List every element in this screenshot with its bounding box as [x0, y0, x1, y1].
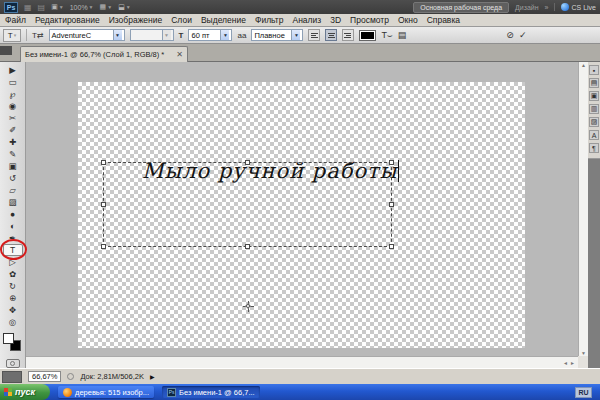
- toolbox-collapse-strip[interactable]: [0, 46, 12, 55]
- document-tab[interactable]: Без имени-1 @ 66,7% (Слой 1, RGB/8) * ✕: [20, 46, 188, 62]
- text-bounding-box[interactable]: [103, 162, 392, 247]
- windows-taskbar: пуск деревья: 515 изобр... Ps Без имени-…: [0, 384, 600, 400]
- move-tool[interactable]: ▶: [3, 64, 23, 76]
- textbox-handle-middle-right[interactable]: [389, 202, 394, 207]
- font-size-select[interactable]: 60 пт ▼: [188, 29, 232, 41]
- scroll-up-icon[interactable]: ▲: [581, 62, 586, 68]
- menu-edit[interactable]: Редактирование: [35, 15, 100, 25]
- textbox-handle-bottom-right[interactable]: [389, 244, 394, 249]
- menu-window[interactable]: Окно: [398, 15, 418, 25]
- scroll-left-icon[interactable]: ◄: [563, 360, 568, 366]
- text-orientation-button[interactable]: T⇄: [32, 31, 44, 40]
- zoom-level-value: 100%: [70, 4, 88, 11]
- clone-stamp-tool[interactable]: ▣: [3, 160, 23, 172]
- vertical-scrollbar[interactable]: ▲ ▼: [578, 62, 588, 356]
- menu-3d[interactable]: 3D: [330, 15, 341, 25]
- close-icon[interactable]: ✕: [176, 50, 183, 59]
- align-left-button[interactable]: [308, 29, 320, 41]
- custom-shape-tool[interactable]: ✿: [3, 268, 23, 280]
- textbox-handle-bottom-center[interactable]: [245, 244, 250, 249]
- workspace-overflow-button[interactable]: »: [545, 4, 549, 11]
- menu-layers[interactable]: Слои: [171, 15, 192, 25]
- chevron-down-icon: ▾: [14, 32, 17, 38]
- toggle-panels-button[interactable]: ▤: [398, 30, 407, 40]
- gradient-tool[interactable]: ▨: [3, 196, 23, 208]
- paragraph-panel-icon[interactable]: ¶: [589, 143, 599, 153]
- zoom-tool[interactable]: ◎: [3, 316, 23, 328]
- eraser-tool[interactable]: ▱: [3, 184, 23, 196]
- menu-view[interactable]: Просмотр: [350, 15, 389, 25]
- arrange-documents-button[interactable]: ▦ ▼: [100, 3, 113, 11]
- workspace-switcher-active[interactable]: Основная рабочая среда: [413, 2, 509, 13]
- tool-preset-picker[interactable]: T ▾: [3, 29, 21, 42]
- hand-tool[interactable]: ✥: [3, 304, 23, 316]
- crop-tool[interactable]: ✂: [3, 112, 23, 124]
- scroll-right-icon[interactable]: ►: [570, 360, 575, 366]
- commit-edits-button[interactable]: ✓: [519, 30, 527, 40]
- textbox-handle-top-left[interactable]: [101, 160, 106, 165]
- warp-text-button[interactable]: T⌣: [381, 30, 392, 41]
- toolbox: ▶ ▭ ℘ ◉ ✂ ✐ ✚ ✎ ▣ ↺ ▱ ▨ ● ◐ ✒ T ▷ ✿ ↻ ⊕ …: [0, 62, 26, 368]
- align-right-button[interactable]: [342, 29, 354, 41]
- quick-selection-tool[interactable]: ◉: [3, 100, 23, 112]
- taskbar-item-photoshop[interactable]: Ps Без имени-1 @ 66,7...: [162, 386, 260, 398]
- lasso-tool[interactable]: ℘: [3, 88, 23, 100]
- menu-image[interactable]: Изображение: [109, 15, 163, 25]
- 3d-orbit-tool[interactable]: ⊕: [3, 292, 23, 304]
- horizontal-scrollbar[interactable]: ◄ ►: [26, 356, 578, 368]
- foreground-color-swatch[interactable]: [3, 333, 14, 344]
- menu-file[interactable]: Файл: [5, 15, 26, 25]
- align-center-button[interactable]: [325, 29, 337, 41]
- eyedropper-tool[interactable]: ✐: [3, 124, 23, 136]
- workspace-switcher-design[interactable]: Дизайн: [515, 4, 539, 11]
- font-style-select[interactable]: ▼: [130, 29, 174, 41]
- panel-icon-5[interactable]: ▨: [589, 117, 599, 127]
- healing-brush-tool[interactable]: ✚: [3, 136, 23, 148]
- font-family-select[interactable]: AdventureC ▼: [49, 29, 125, 41]
- quick-mask-button[interactable]: [6, 359, 20, 368]
- panel-icon-1[interactable]: ▪: [589, 65, 599, 75]
- menu-analysis[interactable]: Анализ: [293, 15, 322, 25]
- menu-filter[interactable]: Фильтр: [255, 15, 284, 25]
- history-brush-tool[interactable]: ↺: [3, 172, 23, 184]
- cs-live-globe-icon: [561, 3, 569, 11]
- antialias-select[interactable]: Плавное ▼: [251, 29, 303, 41]
- panel-icon-3[interactable]: ▣: [589, 91, 599, 101]
- cs-live-button[interactable]: CS Live: [554, 3, 596, 11]
- quick-mask-icon: [10, 361, 15, 366]
- firefox-icon: [63, 388, 72, 397]
- menu-help[interactable]: Справка: [427, 15, 460, 25]
- start-label: пуск: [15, 387, 35, 397]
- textbox-handle-top-right[interactable]: [389, 160, 394, 165]
- blur-tool[interactable]: ●: [3, 208, 23, 220]
- panel-icon-2[interactable]: ▤: [589, 78, 599, 88]
- canvas-workspace[interactable]: Мыло ручной работы: [26, 62, 578, 356]
- menu-select[interactable]: Выделение: [201, 15, 246, 25]
- zoom-level-button[interactable]: 100% ▼: [70, 4, 94, 11]
- text-color-swatch[interactable]: [359, 30, 376, 41]
- brush-tool[interactable]: ✎: [3, 148, 23, 160]
- textbox-handle-middle-left[interactable]: [101, 202, 106, 207]
- view-extras-button[interactable]: ▣ ▼: [51, 3, 64, 11]
- 3d-rotate-tool[interactable]: ↻: [3, 280, 23, 292]
- taskbar-item-firefox[interactable]: деревья: 515 изобр...: [58, 386, 154, 398]
- dodge-tool[interactable]: ◐: [3, 220, 23, 232]
- windows-logo-icon: [4, 388, 12, 396]
- status-mode-square: [2, 371, 22, 383]
- font-size-icon: T: [179, 31, 184, 40]
- launch-bridge-icon: ▦: [24, 3, 32, 12]
- marquee-tool[interactable]: ▭: [3, 76, 23, 88]
- textbox-handle-top-center[interactable]: [245, 160, 250, 165]
- status-zoom-field[interactable]: 66,67%: [28, 371, 61, 382]
- cancel-edits-button[interactable]: ⊘: [506, 30, 514, 40]
- character-panel-icon[interactable]: A: [589, 130, 599, 140]
- language-indicator[interactable]: RU: [575, 387, 592, 398]
- divider: [26, 29, 27, 41]
- textbox-handle-bottom-left[interactable]: [101, 244, 106, 249]
- chevron-down-icon: ▼: [220, 30, 229, 40]
- panel-icon-4[interactable]: ▥: [589, 104, 599, 114]
- menu-bar: Файл Редактирование Изображение Слои Выд…: [0, 14, 600, 27]
- screen-mode-button[interactable]: ⬓ ▼: [118, 3, 131, 11]
- status-flyout-arrow[interactable]: ▶: [150, 373, 155, 380]
- start-button[interactable]: пуск: [0, 384, 50, 400]
